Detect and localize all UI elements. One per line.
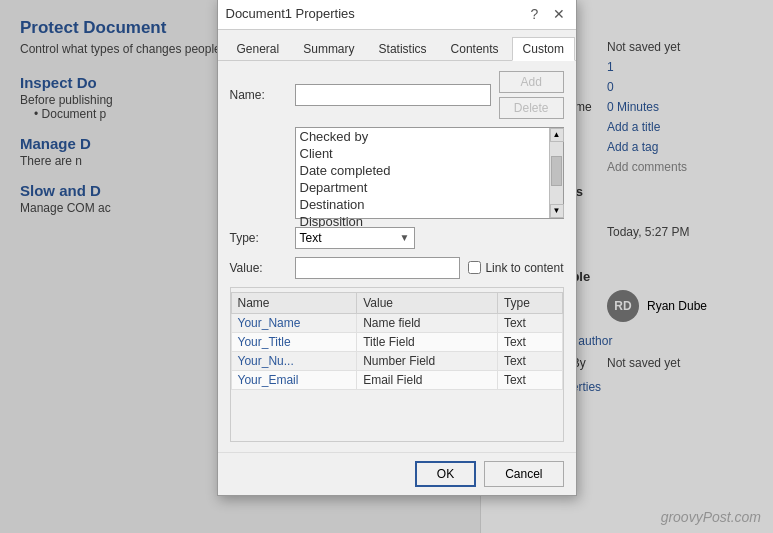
type-label: Type:	[230, 231, 295, 245]
ok-button[interactable]: OK	[415, 461, 476, 487]
list-item[interactable]: Checked by	[296, 128, 549, 145]
tab-custom[interactable]: Custom	[512, 37, 575, 61]
scroll-down-arrow[interactable]: ▼	[550, 204, 564, 218]
cancel-button[interactable]: Cancel	[484, 461, 563, 487]
table-row[interactable]: Your_EmailEmail FieldText	[231, 370, 562, 389]
table-row[interactable]: Your_NameName fieldText	[231, 313, 562, 332]
dialog-footer: OK Cancel	[218, 452, 576, 495]
table-cell-type: Text	[497, 351, 562, 370]
tab-general[interactable]: General	[226, 37, 291, 61]
properties-table-container: NameValueType Your_NameName fieldTextYou…	[230, 287, 564, 442]
table-header: Name	[231, 292, 357, 313]
name-list[interactable]: Checked byClientDate completedDepartment…	[295, 127, 564, 219]
table-row[interactable]: Your_Nu...Number FieldText	[231, 351, 562, 370]
value-field-row: Value: Link to content	[230, 257, 564, 279]
name-buttons: Add Delete	[499, 71, 564, 119]
name-field-row: Name: Add Delete	[230, 71, 564, 119]
table-cell-name: Your_Title	[231, 332, 357, 351]
table-cell-type: Text	[497, 332, 562, 351]
dialog-tabs: GeneralSummaryStatisticsContentsCustom	[218, 30, 576, 61]
name-input[interactable]	[295, 84, 491, 106]
name-label: Name:	[230, 88, 295, 102]
select-arrow-icon: ▼	[400, 232, 410, 243]
table-cell-value: Email Field	[357, 370, 498, 389]
dialog-controls: ? ✕	[526, 5, 568, 23]
type-field-row: Type: Text ▼	[230, 227, 564, 249]
tab-summary[interactable]: Summary	[292, 37, 365, 61]
table-cell-value: Number Field	[357, 351, 498, 370]
table-cell-name: Your_Nu...	[231, 351, 357, 370]
delete-button[interactable]: Delete	[499, 97, 564, 119]
link-to-content-checkbox[interactable]	[468, 261, 481, 274]
scrollbar[interactable]: ▲ ▼	[549, 128, 563, 218]
link-to-content-row: Link to content	[468, 261, 563, 275]
tab-contents[interactable]: Contents	[440, 37, 510, 61]
table-header: Type	[497, 292, 562, 313]
table-cell-value: Name field	[357, 313, 498, 332]
table-cell-name: Your_Email	[231, 370, 357, 389]
link-to-content-label: Link to content	[485, 261, 563, 275]
tab-statistics[interactable]: Statistics	[368, 37, 438, 61]
add-button[interactable]: Add	[499, 71, 564, 93]
dialog-help-button[interactable]: ?	[526, 5, 544, 23]
table-cell-type: Text	[497, 370, 562, 389]
list-item[interactable]: Date completed	[296, 162, 549, 179]
scroll-up-arrow[interactable]: ▲	[550, 128, 564, 142]
dialog-content: Name: Add Delete Checked byClientDate co…	[218, 61, 576, 452]
properties-table: NameValueType Your_NameName fieldTextYou…	[231, 292, 563, 390]
table-cell-value: Title Field	[357, 332, 498, 351]
value-label: Value:	[230, 261, 295, 275]
type-select[interactable]: Text ▼	[295, 227, 415, 249]
type-value: Text	[300, 231, 322, 245]
list-row: Checked byClientDate completedDepartment…	[230, 127, 564, 219]
dialog-close-button[interactable]: ✕	[550, 5, 568, 23]
table-row[interactable]: Your_TitleTitle FieldText	[231, 332, 562, 351]
list-item[interactable]: Destination	[296, 196, 549, 213]
list-item[interactable]: Department	[296, 179, 549, 196]
scroll-thumb[interactable]	[551, 156, 562, 186]
value-input[interactable]	[295, 257, 461, 279]
table-cell-type: Text	[497, 313, 562, 332]
dialog-titlebar: Document1 Properties ? ✕	[218, 0, 576, 30]
dialog: Document1 Properties ? ✕ GeneralSummaryS…	[217, 0, 577, 496]
dialog-title: Document1 Properties	[226, 6, 355, 21]
table-header: Value	[357, 292, 498, 313]
table-cell-name: Your_Name	[231, 313, 357, 332]
list-item[interactable]: Client	[296, 145, 549, 162]
dialog-overlay: Document1 Properties ? ✕ GeneralSummaryS…	[0, 0, 773, 533]
